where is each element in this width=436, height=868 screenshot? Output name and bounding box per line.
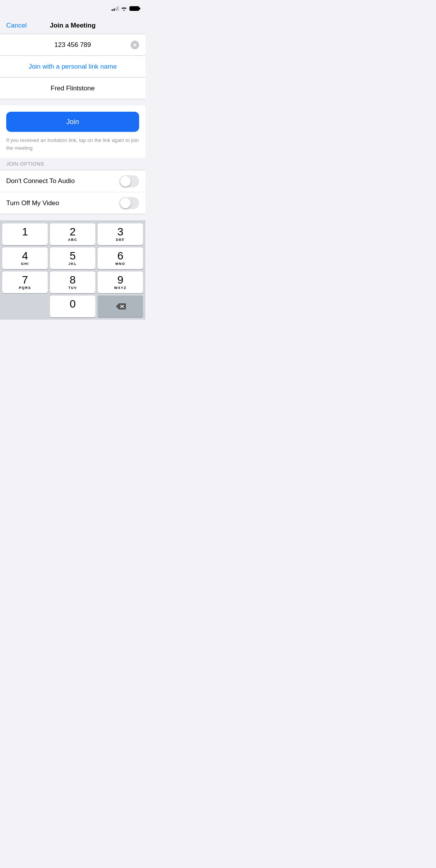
signal-icon [112,6,119,11]
numpad-key-7[interactable]: 7 PQRS [2,271,48,293]
user-name: Fred Flintstone [51,85,95,92]
option-label-audio: Don't Connect To Audio [6,177,75,185]
join-hint: If you received an invitation link, tap … [6,132,139,158]
page-title: Join a Meeting [50,22,95,29]
nav-bar: Cancel Join a Meeting [0,17,145,34]
toggle-knob-video [120,198,131,208]
join-section: Join If you received an invitation link,… [0,105,145,158]
numpad-key-2[interactable]: 2 ABC [50,223,95,245]
join-options-label: JOIN OPTIONS [0,158,145,170]
name-row: Fred Flintstone [0,78,145,99]
numpad-row-3: 7 PQRS 8 TUV 9 WXYZ [0,271,145,296]
numpad-row-4: 0 [0,296,145,320]
toggle-audio[interactable] [119,175,139,187]
option-label-video: Turn Off My Video [6,199,59,207]
numpad-key-empty [2,296,48,317]
meeting-id-row: 123 456 789 [0,34,145,56]
section-gap-1 [0,99,145,105]
numpad-key-3[interactable]: 3 DEF [98,223,143,245]
status-bar [0,0,145,17]
option-row-video: Turn Off My Video [0,192,145,214]
numpad-key-9[interactable]: 9 WXYZ [98,271,143,293]
personal-link-label[interactable]: Join with a personal link name [29,63,117,71]
join-button[interactable]: Join [6,112,139,132]
join-options-group: Don't Connect To Audio Turn Off My Video [0,170,145,214]
numpad-row-1: 1 2 ABC 3 DEF [0,223,145,247]
numpad-row-2: 4 GHI 5 JKL 6 MNO [0,247,145,271]
backspace-icon [115,303,126,310]
option-row-audio: Don't Connect To Audio [0,170,145,192]
cancel-button[interactable]: Cancel [6,22,27,29]
numpad-key-1[interactable]: 1 [2,223,48,245]
clear-button[interactable] [131,41,139,49]
personal-link-row[interactable]: Join with a personal link name [0,56,145,78]
numpad-key-5[interactable]: 5 JKL [50,247,95,269]
wifi-icon [121,6,127,11]
numpad-key-backspace[interactable] [98,296,143,317]
toggle-video[interactable] [119,197,139,209]
numpad-key-0[interactable]: 0 [50,296,95,317]
numpad-key-4[interactable]: 4 GHI [2,247,48,269]
numpad: 1 2 ABC 3 DEF 4 GHI 5 JKL 6 MNO 7 PQRS [0,220,145,320]
bottom-gap [0,214,145,220]
battery-icon [129,6,139,11]
numpad-key-8[interactable]: 8 TUV [50,271,95,293]
numpad-key-6[interactable]: 6 MNO [98,247,143,269]
toggle-knob-audio [120,176,131,187]
meeting-id-value: 123 456 789 [54,41,91,49]
